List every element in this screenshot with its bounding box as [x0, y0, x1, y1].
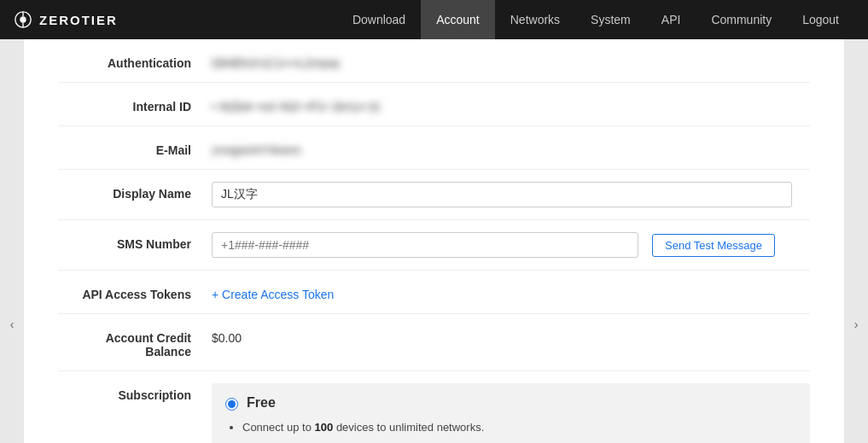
nav-api[interactable]: API	[646, 0, 696, 39]
logo-text: ZEROTIER	[39, 13, 118, 27]
free-plan-name[interactable]: Free	[247, 395, 276, 411]
top-navigation: ZEROTIER Download Account Networks Syste…	[0, 0, 868, 39]
email-row: E-Mail z•x•g•e•t•Y•k•e•n	[58, 126, 810, 170]
right-arrow[interactable]: ›	[844, 39, 868, 443]
credit-balance-label: Account CreditBalance	[58, 326, 212, 358]
authentication-row: Authentication D8•B5•2•1C1•+•L2n•p•p	[58, 39, 810, 83]
sms-label: SMS Number	[58, 232, 212, 251]
api-tokens-row: API Access Tokens + Create Access Token	[58, 271, 810, 314]
left-arrow[interactable]: ‹	[0, 39, 24, 443]
nav-community[interactable]: Community	[696, 0, 787, 39]
nav-links: Download Account Networks System API Com…	[337, 0, 854, 39]
nav-download[interactable]: Download	[337, 0, 421, 39]
authentication-label: Authentication	[58, 51, 212, 70]
nav-account[interactable]: Account	[421, 0, 495, 39]
display-name-label: Display Name	[58, 182, 212, 201]
account-form: Authentication D8•B5•2•1C1•+•L2n•p•p Int…	[24, 39, 844, 443]
authentication-value: D8•B5•2•1C1•+•L2n•p•p	[212, 51, 810, 70]
display-name-row: Display Name	[58, 170, 810, 220]
email-value: z•x•g•e•t•Y•k•e•n	[212, 138, 810, 157]
subscription-row: Subscription Free Connect up to 100 devi…	[58, 371, 810, 443]
credit-balance-value: $0.00	[212, 326, 810, 345]
internal-id-label: Internal ID	[58, 95, 212, 114]
free-plan-radio[interactable]	[225, 398, 238, 411]
create-access-token-button[interactable]: + Create Access Token	[212, 288, 334, 301]
display-name-input[interactable]	[212, 182, 792, 207]
nav-logout[interactable]: Logout	[787, 0, 854, 39]
internal-id-row: Internal ID • •b2b4• •n4 •N2• •P1• 1b•1c…	[58, 83, 810, 126]
send-test-message-button[interactable]: Send Test Message	[652, 234, 775, 257]
free-bullet-1: Connect up to 100 devices to unlimited n…	[242, 417, 796, 437]
api-tokens-label: API Access Tokens	[58, 283, 212, 301]
free-plan-option: Free Connect up to 100 devices to unlimi…	[212, 383, 810, 443]
sms-row: SMS Number Send Test Message	[58, 220, 810, 271]
page-wrapper: ‹ Authentication D8•B5•2•1C1•+•L2n•p•p I…	[0, 39, 868, 443]
email-label: E-Mail	[58, 138, 212, 157]
free-plan-bullets: Connect up to 100 devices to unlimited n…	[225, 417, 796, 443]
nav-system[interactable]: System	[575, 0, 646, 39]
subscription-label: Subscription	[58, 383, 212, 402]
sms-input[interactable]	[212, 232, 638, 258]
internal-id-value: • •b2b4• •n4 •N2• •P1• 1b•1c• |•|	[212, 95, 810, 114]
logo: ZEROTIER	[14, 10, 118, 29]
free-bullet-2: Get help from our documentation, knowled…	[242, 437, 796, 443]
svg-point-1	[20, 16, 26, 22]
subscription-options: Free Connect up to 100 devices to unlimi…	[212, 383, 810, 443]
credit-balance-row: Account CreditBalance $0.00	[58, 314, 810, 371]
nav-networks[interactable]: Networks	[495, 0, 575, 39]
